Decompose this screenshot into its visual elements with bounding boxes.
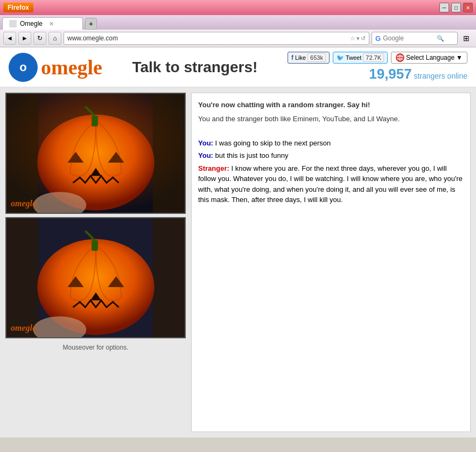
dropdown-arrow-icon: ▼ <box>456 54 463 61</box>
chat-area: You're now chatting with a random strang… <box>191 93 471 432</box>
svg-rect-9 <box>153 94 185 213</box>
refresh-button[interactable]: ↻ <box>33 32 46 45</box>
twitter-icon: 🐦 <box>337 54 344 61</box>
tab-omegle[interactable]: Omegle ✕ <box>2 17 83 30</box>
mouseover-hint: Mouseover for options. <box>5 342 186 353</box>
fb-count: 653k <box>307 53 326 62</box>
strangers-online-count: 19,957 strangers online <box>369 66 467 82</box>
menu-button[interactable]: ⊞ <box>460 32 473 45</box>
pumpkin-image-2 <box>6 218 185 337</box>
search-input[interactable] <box>383 34 437 42</box>
svg-rect-19 <box>6 218 38 337</box>
title-bar: Firefox ─ □ ✕ <box>0 0 476 15</box>
minimize-button[interactable]: ─ <box>439 3 449 12</box>
chat-message-2: Stranger: I know where you are. For the … <box>198 163 464 205</box>
search-bar[interactable]: G 🔍 <box>372 32 458 45</box>
main-content: omegle <box>0 87 476 437</box>
chat-system-message: You're now chatting with a random strang… <box>198 100 464 110</box>
video-watermark-1: omegle <box>11 199 36 208</box>
logo-text: omegle <box>41 55 102 79</box>
svg-rect-20 <box>153 218 185 337</box>
refresh2-icon[interactable]: ↺ <box>361 35 366 42</box>
omegle-logo[interactable]: o omegle <box>9 53 102 82</box>
facebook-icon: f <box>291 54 293 61</box>
close-button[interactable]: ✕ <box>463 3 473 12</box>
select-language-label: Select Language <box>406 54 454 61</box>
chat-common-interests: You and the stranger both like Eminem, Y… <box>198 114 464 124</box>
video-box-2: omegle <box>5 217 186 338</box>
pumpkin-image-1 <box>6 94 185 213</box>
address-bar[interactable]: www.omegle.com ☆ ▾ ↺ <box>64 32 369 45</box>
svg-rect-11 <box>92 116 98 127</box>
title-bar-left: Firefox <box>3 3 33 12</box>
facebook-like-button[interactable]: f Like 653k <box>288 52 330 64</box>
maximize-button[interactable]: □ <box>451 3 461 12</box>
tweet-button[interactable]: 🐦 Tweet 72.7K <box>333 52 388 64</box>
firefox-button[interactable]: Firefox <box>3 3 33 12</box>
forward-button[interactable]: ► <box>18 32 31 45</box>
browser-window: Firefox ─ □ ✕ Omegle ✕ + ◄ ► ↻ ⌂ www.ome… <box>0 0 476 437</box>
chat-message-1: You: but this is just too funny <box>198 150 464 161</box>
tab-bar: Omegle ✕ + <box>0 15 476 30</box>
nav-bar: ◄ ► ↻ ⌂ www.omegle.com ☆ ▾ ↺ G 🔍 ⊞ <box>0 30 476 47</box>
fb-like-label: Like <box>295 54 306 61</box>
header-right: f Like 653k 🐦 Tweet 72.7K <box>288 52 467 82</box>
new-tab-button[interactable]: + <box>85 18 97 30</box>
tweet-count: 72.7K <box>363 53 384 62</box>
video-watermark-2: omegle <box>11 323 36 333</box>
star-icon[interactable]: ☆ <box>350 35 355 42</box>
header-center: Talk to strangers! <box>107 59 283 76</box>
system-msg-text: You're now chatting with a random strang… <box>198 101 370 109</box>
tagline: Talk to strangers! <box>132 59 257 76</box>
common-interests-text: You and the stranger both like Eminem, Y… <box>198 115 400 123</box>
video-area: omegle <box>5 93 186 432</box>
back-button[interactable]: ◄ <box>3 32 16 45</box>
tweet-label: Tweet <box>346 54 361 61</box>
chat-text-0: I was going to skip to the next person <box>215 139 331 147</box>
chat-text-1: but this is just too funny <box>215 151 289 159</box>
star2-icon[interactable]: ▾ <box>356 35 360 42</box>
social-row: f Like 653k 🐦 Tweet 72.7K <box>288 52 467 64</box>
window-controls: ─ □ ✕ <box>439 3 473 12</box>
chat-message-0: You: I was going to skip to the next per… <box>198 138 464 149</box>
chat-sender-1: You: <box>198 151 213 159</box>
svg-text:o: o <box>19 60 26 74</box>
home-button[interactable]: ⌂ <box>48 32 61 45</box>
site-header: o omegle Talk to strangers! f Like 653k … <box>0 47 476 87</box>
page-content: o omegle Talk to strangers! f Like 653k … <box>0 47 476 437</box>
address-icons: ☆ ▾ ↺ <box>350 35 366 42</box>
google-logo: G <box>375 34 381 43</box>
tab-close-icon[interactable]: ✕ <box>49 20 54 27</box>
tab-title: Omegle <box>20 20 43 27</box>
address-text: www.omegle.com <box>67 34 350 42</box>
search-go-icon[interactable]: 🔍 <box>437 35 444 42</box>
video-box-1: omegle <box>5 93 186 214</box>
svg-rect-22 <box>92 240 98 251</box>
chat-sender-2: Stranger: <box>198 164 229 172</box>
globe-icon <box>396 53 404 62</box>
svg-rect-8 <box>6 94 38 213</box>
chat-text-2: I know where you are. For the next three… <box>198 164 463 204</box>
chat-sender-0: You: <box>198 139 213 147</box>
tab-favicon <box>9 20 17 27</box>
select-language-button[interactable]: Select Language ▼ <box>391 52 467 64</box>
logo-icon: o <box>9 53 38 82</box>
